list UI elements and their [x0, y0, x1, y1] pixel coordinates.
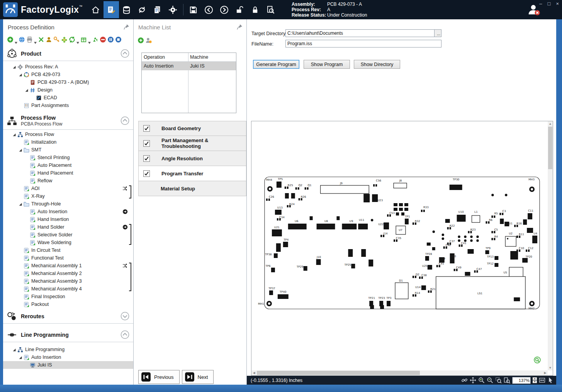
tree-item-hand-placement[interactable]: Hand Placement: [3, 169, 133, 177]
zoom-fit-icon[interactable]: [504, 377, 510, 384]
show-program-button[interactable]: Show Program: [304, 60, 350, 69]
pan-icon[interactable]: [470, 377, 476, 384]
vertical-scroll-thumb[interactable]: [548, 127, 552, 169]
generate-program-button[interactable]: Generate Program: [253, 60, 299, 69]
pause-icon[interactable]: [107, 36, 114, 43]
materials-icon[interactable]: [119, 1, 134, 18]
tree-item-design[interactable]: Design: [3, 86, 133, 94]
save-icon[interactable]: [186, 1, 201, 18]
tree-item-final-inspection[interactable]: Final Inspection: [3, 293, 133, 300]
expand-arrow-icon[interactable]: [25, 88, 29, 92]
checkbox[interactable]: [143, 155, 150, 162]
scroll-right-icon[interactable]: ▶: [543, 370, 548, 375]
dropdown-caret-icon[interactable]: [34, 39, 37, 41]
back-icon[interactable]: [201, 1, 217, 18]
expand-arrow-icon[interactable]: [19, 73, 23, 77]
pin-icon[interactable]: [124, 24, 129, 30]
collapse-up-icon[interactable]: [121, 49, 129, 58]
fit-width-icon[interactable]: [539, 377, 545, 384]
step-angle-resolution[interactable]: Angle Resolution: [138, 151, 246, 166]
collapse-up-icon[interactable]: [121, 116, 129, 125]
tree-item-pcb-429-073[interactable]: PCB 429-073: [3, 71, 133, 78]
minimize-button[interactable]: –: [539, 1, 542, 7]
scroll-up-icon[interactable]: ▲: [548, 121, 553, 126]
step-board-geometry[interactable]: Board Geometry: [138, 121, 246, 136]
process-definition-icon[interactable]: [104, 1, 119, 18]
checkbox[interactable]: [143, 125, 150, 132]
column-header-operation[interactable]: Operation: [142, 53, 188, 61]
checkbox[interactable]: [143, 140, 150, 147]
tree-item-reflow[interactable]: Reflow: [3, 177, 133, 185]
next-button[interactable]: Next: [182, 370, 214, 384]
reroutes-section-header[interactable]: Reroutes: [3, 309, 133, 324]
link-icon[interactable]: [461, 377, 468, 384]
filename-input[interactable]: [285, 40, 441, 48]
stop-icon[interactable]: [115, 36, 122, 43]
sync-icon[interactable]: [69, 36, 75, 43]
forward-icon[interactable]: [217, 1, 232, 18]
product-section-header[interactable]: Product: [3, 46, 133, 61]
expand-arrow-icon[interactable]: [12, 132, 17, 137]
flower-icon[interactable]: [61, 36, 68, 43]
zoom-out-icon[interactable]: [487, 377, 493, 384]
key-icon[interactable]: [53, 36, 60, 43]
add-icon[interactable]: [138, 37, 144, 44]
expand-arrow-icon[interactable]: [19, 355, 23, 360]
tree-item-auto-insertion[interactable]: Auto Insertion: [3, 353, 133, 361]
column-header-machine[interactable]: Machine: [188, 53, 236, 61]
tree-item-mechanical-assembly-4[interactable]: Mechanical Assembly 4: [3, 285, 133, 293]
step-part-management-troubleshooting[interactable]: Part Management & Troubleshooting: [138, 136, 246, 151]
tree-item-aoi[interactable]: AOI: [3, 185, 133, 192]
close-button[interactable]: ×: [556, 1, 559, 7]
collapse-up-icon[interactable]: [121, 330, 129, 339]
tree-item-part-assignments[interactable]: Part Assignments: [3, 102, 133, 109]
settings-icon[interactable]: [165, 1, 181, 18]
dropdown-caret-icon[interactable]: [88, 39, 91, 41]
pointer-icon[interactable]: [547, 377, 554, 384]
tree-item-mechanical-assembly-3[interactable]: Mechanical Assembly 3: [3, 277, 133, 285]
scroll-left-icon[interactable]: ◀: [251, 370, 256, 375]
vertical-scrollbar[interactable]: ▲ ▼: [548, 121, 553, 370]
expand-arrow-icon[interactable]: [19, 202, 23, 206]
tree-item-mechanical-assembly-2[interactable]: Mechanical Assembly 2: [3, 270, 133, 277]
line-programming-section-header[interactable]: Line Programming: [3, 328, 133, 342]
tree-item-hand-solder[interactable]: Hand Solder: [3, 223, 133, 231]
show-directory-button[interactable]: Show Directory: [354, 60, 400, 69]
collapse-down-icon[interactable]: [121, 312, 129, 321]
tree-item-selective-solder[interactable]: Selective Solder: [3, 231, 133, 239]
user-account-icon[interactable]: [527, 3, 540, 16]
expand-arrow-icon[interactable]: [12, 65, 17, 69]
tree-item-ecad[interactable]: ECAD: [3, 94, 133, 102]
tree-item-juki-is[interactable]: Juki IS: [3, 361, 133, 369]
tree-item-smt[interactable]: SMT: [3, 146, 133, 154]
zoom-spinner[interactable]: ▲▼: [533, 377, 537, 383]
add-icon[interactable]: [7, 36, 14, 43]
tree-item-in-circuit-test[interactable]: In Circuit Test: [3, 246, 133, 254]
tree-item-through-hole[interactable]: Through-Hole: [3, 200, 133, 208]
find-icon[interactable]: [263, 1, 278, 18]
tree-item-process-flow[interactable]: Process Flow: [3, 131, 133, 138]
tree-item-x-ray[interactable]: X-Ray: [3, 192, 133, 200]
pcb-board-canvas[interactable]: MH4TP5R25Q2Q1J9C56J8TP30MH3C26U23R26R24U…: [251, 121, 548, 370]
lock-icon[interactable]: [248, 1, 263, 18]
block-icon[interactable]: [100, 36, 106, 43]
maximize-button[interactable]: □: [548, 1, 551, 7]
expand-arrow-icon[interactable]: [12, 348, 17, 352]
tree-item-hand-insertion[interactable]: Hand Insertion: [3, 216, 133, 223]
zoom-window-icon[interactable]: [495, 377, 502, 384]
zoom-reset-icon[interactable]: [534, 356, 541, 363]
zoom-in-icon[interactable]: [478, 377, 485, 384]
tree-item-functional-test[interactable]: Functional Test: [3, 254, 133, 262]
tree-item-line-programming[interactable]: Line Programming: [3, 346, 133, 353]
home-icon[interactable]: [88, 1, 104, 18]
machine-table-row[interactable]: Auto InsertionJuki IS: [142, 62, 236, 70]
scroll-down-icon[interactable]: ▼: [548, 365, 553, 370]
cut-icon[interactable]: [38, 36, 44, 43]
recycle-icon[interactable]: [92, 36, 98, 43]
globe-icon[interactable]: [19, 36, 25, 43]
tree-item-auto-insertion[interactable]: Auto Insertion: [3, 208, 133, 216]
dropdown-caret-icon[interactable]: [76, 39, 79, 41]
user2-icon[interactable]: [46, 36, 52, 43]
dropdown-caret-icon[interactable]: [15, 39, 17, 41]
process-flow-section-header[interactable]: Process Flow PCBA Process Flow: [3, 112, 133, 130]
